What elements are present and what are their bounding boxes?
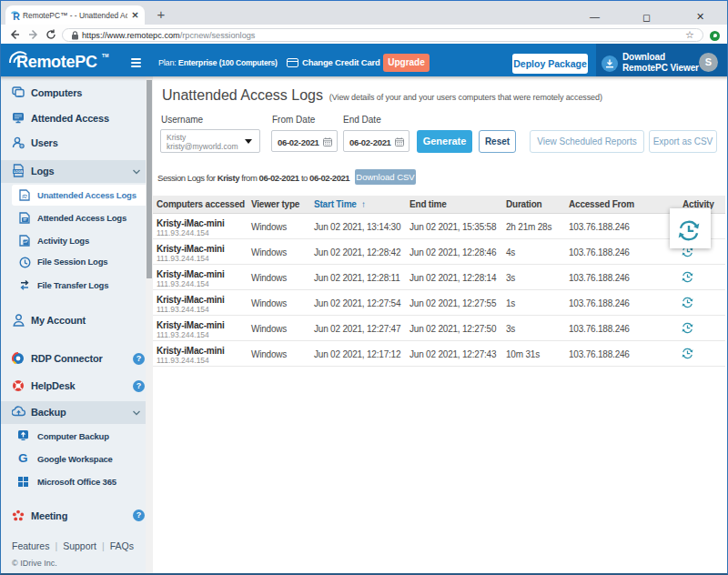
svg-text:LOGS: LOGS <box>14 170 24 174</box>
svg-text:R: R <box>13 10 20 19</box>
